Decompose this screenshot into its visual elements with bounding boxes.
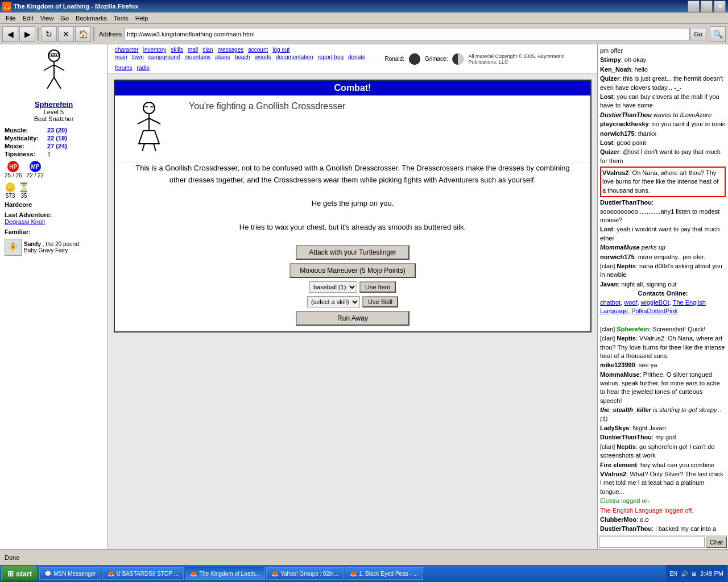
chat-dustier-2: DustierThanThou: my god <box>600 433 726 442</box>
forward-button[interactable]: ▶ <box>19 26 35 42</box>
nav-woods[interactable]: woods <box>255 54 271 60</box>
nav-character[interactable]: character <box>115 47 139 53</box>
nav-radio[interactable]: radio <box>137 65 150 71</box>
chat-line-16: Javan: night all, signing out <box>600 280 726 289</box>
nav-campground[interactable]: campground <box>148 54 180 60</box>
nav-skills[interactable]: skills <box>171 47 183 53</box>
nav-inventory[interactable]: inventory <box>143 47 167 53</box>
home-button[interactable]: 🏠 <box>75 26 91 42</box>
character-figure <box>5 49 103 95</box>
mp-value: 22 / 22 <box>27 172 44 178</box>
nav-account[interactable]: account <box>248 47 268 53</box>
menu-help[interactable]: Help <box>132 14 152 23</box>
last-adventure-label: Last Adventure: <box>5 211 103 218</box>
adventure-icon: ⏳ <box>18 182 30 193</box>
nav-beach[interactable]: beach <box>235 54 250 60</box>
svg-line-15 <box>138 118 149 124</box>
tipsiness-value: 1 <box>47 151 51 157</box>
nav-links-top: character inventory skills mall clan mes… <box>115 47 384 53</box>
taskbar-right: EN 🔊 🖥 3:49 PM <box>666 565 727 582</box>
chat-line-4: Quizer: this is just great... the hermit… <box>600 74 726 92</box>
taskbar-yahoo[interactable]: 🦊 Yahoo! Groups : 02in... <box>266 567 344 580</box>
reload-button[interactable]: ↻ <box>41 26 57 42</box>
menu-file[interactable]: File <box>2 14 19 23</box>
nav-mall[interactable]: mall <box>188 47 198 53</box>
go-button[interactable]: Go <box>690 28 706 40</box>
kol-label: The Kingdom of Loath... <box>199 571 260 577</box>
menu-bookmarks[interactable]: Bookmarks <box>72 14 110 23</box>
search-button[interactable]: 🔍 <box>710 26 726 42</box>
mysticality-label: Mysticality: <box>5 135 47 142</box>
start-button[interactable]: ⊞ start <box>1 566 38 581</box>
attack-button[interactable]: Attack with your Turtleslinger <box>296 245 410 260</box>
chat-input[interactable] <box>599 537 705 548</box>
run-away-button[interactable]: Run Away <box>296 311 410 326</box>
use-item-button[interactable]: Use Item <box>359 281 396 293</box>
minimize-button[interactable]: _ <box>688 1 700 13</box>
back-button[interactable]: ◀ <box>2 26 18 42</box>
taskbar-msn[interactable]: 💬 MSN Messenger <box>39 567 101 580</box>
contacts-header: Contacts Online: <box>600 289 726 298</box>
familiar-label: Familiar: <box>5 228 103 235</box>
nav-main[interactable]: main <box>115 54 127 60</box>
yahoo-label: Yahoo! Groups : 02in... <box>280 571 338 577</box>
nav-plains[interactable]: plains <box>216 54 230 60</box>
taskbar-kol[interactable]: 🦊 The Kingdom of Loath... <box>185 567 265 580</box>
last-adventure-link[interactable]: Degrassi Knoll <box>5 218 103 225</box>
svg-line-9 <box>54 77 61 89</box>
address-input[interactable] <box>124 28 690 40</box>
item-select[interactable]: baseball (1) <box>309 281 357 293</box>
character-panel: Spherefein Level 5 Beat Snatcher Muscle:… <box>0 44 108 549</box>
item-row: baseball (1) Use Item <box>309 281 396 293</box>
moxie-value: 27 (24) <box>47 143 67 149</box>
chat-line-1: pm offer <box>600 47 726 55</box>
muscle-label: Muscle: <box>5 127 47 134</box>
nav-logout[interactable]: log out <box>272 47 289 53</box>
combat-jump-text: He gets the jump on you. <box>126 198 579 210</box>
center-panel: character inventory skills mall clan mes… <box>108 44 597 549</box>
nav-clan[interactable]: clan <box>202 47 213 53</box>
nav-mountains[interactable]: mountains <box>184 54 210 60</box>
use-skill-button[interactable]: Use Skill <box>362 296 398 307</box>
title-bar-buttons[interactable]: _ □ ✕ <box>688 1 726 13</box>
maximize-button[interactable]: □ <box>701 1 713 13</box>
chat-line-14: norwich175: more empathy.. pm ofer. <box>600 253 726 261</box>
menu-edit[interactable]: Edit <box>19 14 37 23</box>
nav-donate[interactable]: donate <box>348 54 366 60</box>
ronald-moon <box>409 53 420 65</box>
chat-send-button[interactable]: Chat <box>706 537 727 548</box>
bep-icon: 🦊 <box>350 571 357 577</box>
svg-line-7 <box>54 65 64 70</box>
skill-select[interactable]: (select a skill) <box>307 296 360 307</box>
speaker-icon: 🔊 <box>681 571 688 577</box>
nav-town[interactable]: town <box>132 54 144 60</box>
toolbar-separator-1 <box>38 27 39 41</box>
menu-view[interactable]: View <box>37 14 57 23</box>
nav-report-bug[interactable]: report bug <box>317 54 344 60</box>
fighting-text: You're fighting a Gnollish Crossdresser <box>189 101 585 111</box>
nav-documentation[interactable]: documentation <box>276 54 313 60</box>
chat-clan-neptis-1: [clan] Neptis: VValrus2: Oh Nana, where … <box>600 334 726 360</box>
combat-area: Combat! <box>114 80 592 332</box>
menu-tools[interactable]: Tools <box>110 14 132 23</box>
bep-label: 1. Black Eyed Peas - ... <box>359 571 418 577</box>
character-name[interactable]: Spherefein <box>5 100 103 109</box>
adventure-value: 35 <box>18 193 30 199</box>
chat-clan-spherefein: [clan] Spherefein: Screenshot! Quick! <box>600 325 726 334</box>
skill-button[interactable]: Moxious Maneuver (5 Mojo Points) <box>289 263 415 278</box>
nav-messages[interactable]: messages <box>218 47 244 53</box>
ronald-label: Ronald: <box>384 56 404 62</box>
nav-forums[interactable]: forums <box>115 65 133 71</box>
chat-lady: LadySkye: Night Javan <box>600 424 726 433</box>
chat-line-10: Quizer: @lost I don't want to pay that m… <box>600 148 726 165</box>
menu-go[interactable]: Go <box>57 14 72 23</box>
taskbar-bep[interactable]: 🦊 1. Black Eyed Peas - ... <box>345 567 423 580</box>
menu-bar: File Edit View Go Bookmarks Tools Help <box>0 13 728 24</box>
chat-content: pm offer Stimpy: oh okay Ken_Noah: hello… <box>598 44 728 535</box>
close-button[interactable]: ✕ <box>714 1 726 13</box>
taskbar-stop[interactable]: 🦊 U BASTARDSI! STOP ... <box>102 567 184 580</box>
svg-line-8 <box>47 77 54 89</box>
moxie-row: Moxie: 27 (24) <box>5 143 103 149</box>
taskbar: ⊞ start 💬 MSN Messenger 🦊 U BASTARDSI! S… <box>0 565 728 582</box>
stop-button[interactable]: ✕ <box>58 26 74 42</box>
